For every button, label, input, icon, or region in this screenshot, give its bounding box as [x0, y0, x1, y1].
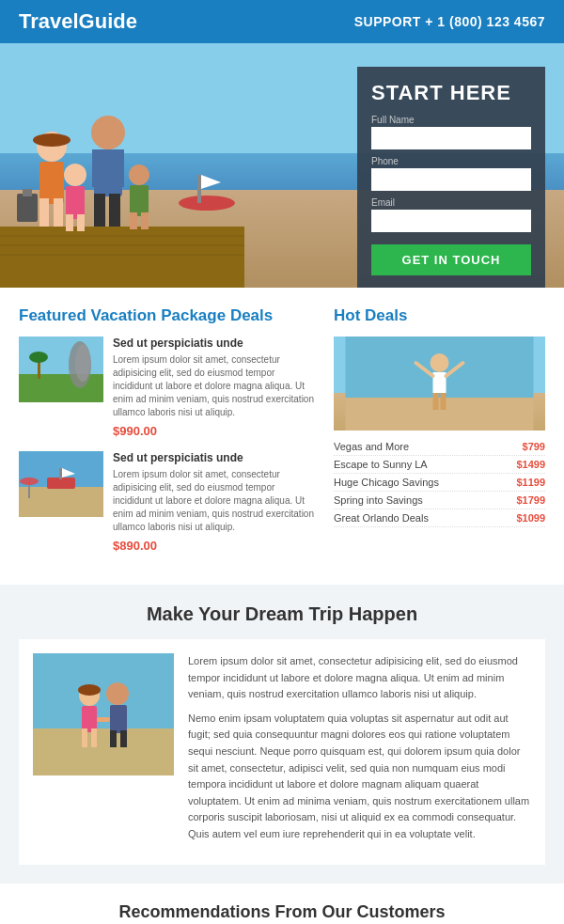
get-in-touch-button[interactable]: GET IN TOUCH	[371, 244, 531, 275]
svg-point-6	[33, 133, 70, 147]
hot-deal-list: Vegas and More $799 Escape to Sunny LA $…	[334, 438, 545, 527]
svg-rect-21	[77, 214, 85, 231]
hot-deal-label: Vegas and More	[334, 441, 409, 452]
svg-rect-51	[33, 728, 174, 775]
dream-paragraph-2: Nemo enim ipsam voluptatem quia voluptas…	[188, 711, 531, 843]
svg-rect-27	[197, 175, 201, 203]
hot-deal-price: $1099	[516, 512, 545, 524]
deal-title: Sed ut perspiciatis unde	[113, 451, 315, 464]
hot-deal-price: $799	[523, 441, 545, 452]
rock-image	[19, 337, 103, 402]
svg-rect-58	[110, 705, 127, 733]
svg-point-22	[129, 164, 149, 185]
svg-rect-24	[130, 212, 137, 229]
main-content: Featured Vacation Package Deals	[0, 288, 564, 924]
svg-rect-25	[141, 212, 149, 229]
svg-rect-54	[82, 728, 87, 747]
hero-section: START HERE Full Name Phone Email GET IN …	[0, 43, 564, 288]
hot-deals-image	[334, 337, 545, 431]
dream-trip-inner: Lorem ipsum dolor sit amet, consectetur …	[19, 639, 545, 865]
deal-image-rock	[19, 337, 103, 402]
hot-deals-title: Hot Deals	[334, 306, 545, 325]
hot-deal-label: Spring into Savings	[334, 494, 423, 506]
deal-price: $890.00	[113, 539, 157, 553]
email-input[interactable]	[371, 210, 531, 232]
couple-svg	[33, 653, 174, 775]
svg-rect-36	[19, 487, 103, 517]
deal-item: Sed ut perspiciatis unde Lorem ipsum dol…	[19, 337, 315, 438]
logo: TravelGuide	[19, 9, 137, 34]
dream-paragraph-1: Lorem ipsum dolor sit amet, consectetur …	[188, 653, 531, 703]
svg-rect-16	[94, 194, 105, 227]
svg-rect-19	[66, 186, 85, 219]
deal-description: Lorem ipsum dolor sit amet, consectetur …	[113, 353, 315, 419]
hot-deal-price: $1499	[516, 459, 545, 470]
svg-point-44	[431, 353, 449, 372]
hot-deal-item: Spring into Savings $1799	[334, 492, 545, 509]
svg-point-34	[29, 352, 48, 363]
svg-rect-61	[97, 717, 110, 722]
svg-rect-60	[120, 730, 127, 747]
recommendations-title: Recommendations From Our Customers	[38, 902, 526, 922]
hot-deal-item: Great Orlando Deals $1099	[334, 509, 545, 527]
hot-deals-section: Hot Deals Vegas and More	[334, 306, 545, 566]
hot-deal-price: $1199	[516, 477, 545, 488]
deal-title: Sed ut perspiciatis unde	[113, 337, 315, 350]
deal-text: Sed ut perspiciatis unde Lorem ipsum dol…	[113, 337, 315, 438]
dream-trip-title: Make Your Dream Trip Happen	[19, 603, 545, 625]
hot-deal-item: Vegas and More $799	[334, 438, 545, 456]
deal-description: Lorem ipsum dolor sit amet, consectetur …	[113, 468, 315, 534]
deal-image-beach	[19, 451, 103, 517]
lead-form: START HERE Full Name Phone Email GET IN …	[357, 67, 545, 288]
svg-point-41	[20, 478, 39, 485]
recommendations-section: Recommendations From Our Customers " Lor…	[19, 884, 545, 924]
hot-deal-item: Huge Chicago Savings $1199	[334, 474, 545, 492]
svg-rect-33	[38, 360, 40, 379]
dream-trip-image	[33, 653, 174, 775]
svg-rect-11	[23, 189, 32, 196]
support-number: SUPPORT + 1 (800) 123 4567	[354, 14, 545, 29]
hot-deal-price: $1799	[516, 494, 545, 506]
featured-deals-section: Featured Vacation Package Deals	[19, 306, 315, 566]
deal-text: Sed ut perspiciatis unde Lorem ipsum dol…	[113, 451, 315, 553]
svg-rect-30	[19, 374, 103, 402]
phone-input[interactable]	[371, 168, 531, 191]
hot-deal-label: Huge Chicago Savings	[334, 477, 439, 488]
svg-rect-38	[59, 468, 62, 479]
svg-point-26	[179, 196, 235, 211]
svg-rect-49	[441, 393, 446, 410]
svg-rect-17	[109, 194, 120, 227]
svg-rect-55	[91, 728, 97, 747]
phone-label: Phone	[371, 156, 531, 166]
hot-deal-label: Great Orlando Deals	[334, 512, 429, 524]
email-group: Email	[371, 197, 531, 232]
svg-rect-23	[130, 185, 149, 216]
svg-rect-9	[54, 198, 63, 227]
full-name-group: Full Name	[371, 115, 531, 149]
svg-point-12	[91, 116, 125, 149]
svg-rect-45	[433, 372, 446, 393]
email-label: Email	[371, 197, 531, 208]
svg-point-57	[106, 682, 129, 705]
dream-trip-text: Lorem ipsum dolor sit amet, consectetur …	[188, 653, 531, 851]
deals-row: Featured Vacation Package Deals	[19, 306, 545, 566]
svg-rect-59	[110, 730, 117, 747]
svg-point-32	[75, 344, 90, 382]
svg-rect-15	[113, 149, 124, 187]
page-header: TravelGuide SUPPORT + 1 (800) 123 4567	[0, 0, 564, 43]
svg-rect-20	[66, 214, 73, 231]
svg-rect-14	[92, 149, 103, 187]
full-name-input[interactable]	[371, 127, 531, 149]
form-title: START HERE	[371, 81, 531, 105]
svg-point-18	[64, 164, 86, 186]
phone-group: Phone	[371, 156, 531, 191]
beach-image	[19, 451, 103, 517]
svg-rect-53	[82, 706, 97, 732]
svg-rect-48	[433, 393, 439, 410]
svg-rect-8	[39, 198, 49, 227]
deal-item: Sed ut perspiciatis unde Lorem ipsum dol…	[19, 451, 315, 553]
svg-point-56	[78, 684, 101, 696]
featured-deals-title: Featured Vacation Package Deals	[19, 306, 315, 325]
hot-deals-svg	[334, 337, 545, 431]
svg-rect-10	[17, 194, 38, 222]
